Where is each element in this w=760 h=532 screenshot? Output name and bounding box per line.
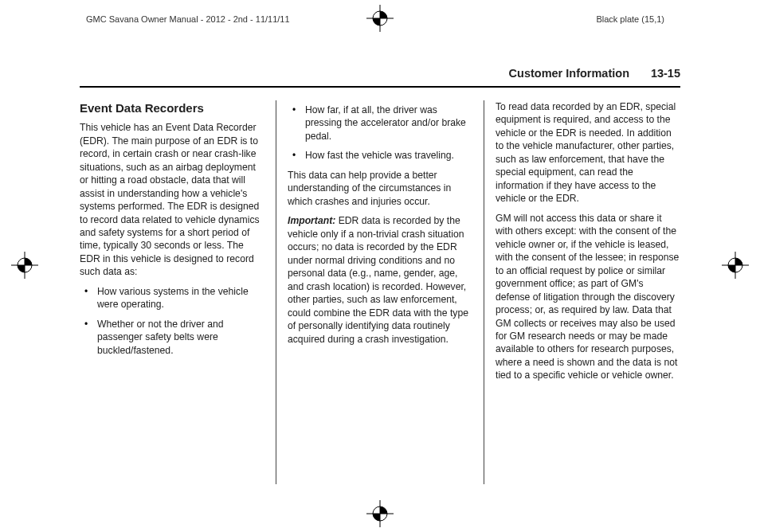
printer-info-right: Black plate (15,1): [596, 14, 664, 24]
important-label: Important:: [288, 215, 335, 226]
running-head: Customer Information 13-15: [80, 67, 680, 88]
body-paragraph: This data can help provide a better unde…: [288, 169, 472, 208]
printer-info-left: GMC Savana Owner Manual - 2012 - 2nd - 1…: [86, 14, 290, 24]
column-3: To read data recorded by an EDR, special…: [484, 100, 680, 484]
manual-page: GMC Savana Owner Manual - 2012 - 2nd - 1…: [0, 0, 760, 532]
registration-mark-icon: [366, 500, 394, 527]
body-paragraph: GM will not access this data or share it…: [496, 212, 680, 382]
list-item: How far, if at all, the driver was press…: [288, 104, 472, 143]
registration-mark-icon: [722, 252, 749, 279]
bullet-list: How various systems in the vehicle were …: [80, 285, 264, 357]
list-item: How various systems in the vehicle were …: [80, 285, 264, 311]
text-columns: Event Data Recorders This vehicle has an…: [80, 100, 680, 484]
page-number: 13-15: [651, 67, 680, 80]
important-body: EDR data is recorded by the vehicle only…: [288, 215, 468, 344]
chapter-title: Customer Information: [509, 67, 629, 80]
body-paragraph: To read data recorded by an EDR, special…: [496, 100, 680, 205]
bullet-list: How far, if at all, the driver was press…: [288, 104, 472, 162]
section-heading: Event Data Recorders: [80, 100, 264, 116]
important-note: Important: EDR data is recorded by the v…: [288, 214, 472, 346]
list-item: How fast the vehicle was traveling.: [288, 149, 472, 162]
list-item: Whether or not the driver and passenger …: [80, 318, 264, 357]
column-1: Event Data Recorders This vehicle has an…: [80, 100, 276, 484]
intro-paragraph: This vehicle has an Event Data Recorder …: [80, 121, 264, 279]
registration-mark-icon: [366, 5, 394, 32]
column-2: How far, if at all, the driver was press…: [276, 100, 484, 484]
registration-mark-icon: [11, 252, 38, 279]
